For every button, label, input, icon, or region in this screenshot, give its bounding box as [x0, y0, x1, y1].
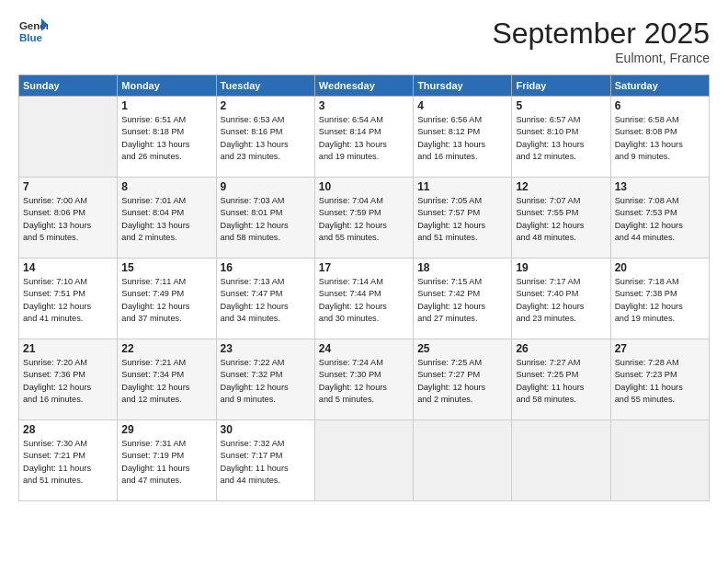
calendar: SundayMondayTuesdayWednesdayThursdayFrid…	[18, 75, 710, 501]
day-info: Sunrise: 7:24 AM Sunset: 7:30 PM Dayligh…	[319, 357, 409, 406]
day-info: Sunrise: 7:07 AM Sunset: 7:55 PM Dayligh…	[516, 195, 606, 244]
day-number: 29	[121, 423, 211, 436]
day-info: Sunrise: 7:13 AM Sunset: 7:47 PM Dayligh…	[221, 276, 311, 325]
day-info: Sunrise: 7:22 AM Sunset: 7:32 PM Dayligh…	[221, 357, 311, 406]
calendar-cell: 29Sunrise: 7:31 AM Sunset: 7:19 PM Dayli…	[118, 420, 216, 501]
day-number: 21	[23, 342, 113, 355]
day-info: Sunrise: 7:18 AM Sunset: 7:38 PM Dayligh…	[615, 276, 705, 325]
day-number: 16	[221, 261, 311, 274]
day-number: 12	[516, 180, 606, 193]
day-number: 30	[221, 423, 311, 436]
logo-icon: General Blue	[18, 17, 48, 46]
calendar-cell: 7Sunrise: 7:00 AM Sunset: 8:06 PM Daylig…	[19, 178, 118, 259]
day-number: 17	[319, 261, 409, 274]
day-info: Sunrise: 7:27 AM Sunset: 7:25 PM Dayligh…	[516, 357, 606, 406]
day-number: 7	[23, 180, 113, 193]
day-number: 20	[615, 261, 705, 274]
day-info: Sunrise: 7:20 AM Sunset: 7:36 PM Dayligh…	[23, 357, 113, 406]
calendar-cell: 20Sunrise: 7:18 AM Sunset: 7:38 PM Dayli…	[610, 259, 709, 339]
month-title: September 2025	[492, 17, 710, 51]
calendar-cell: 18Sunrise: 7:15 AM Sunset: 7:42 PM Dayli…	[414, 259, 512, 339]
weekday-header-wednesday: Wednesday	[314, 75, 413, 97]
calendar-cell: 19Sunrise: 7:17 AM Sunset: 7:40 PM Dayli…	[512, 259, 610, 339]
weekday-header-tuesday: Tuesday	[216, 75, 314, 97]
day-info: Sunrise: 6:51 AM Sunset: 8:18 PM Dayligh…	[121, 114, 211, 163]
day-info: Sunrise: 7:21 AM Sunset: 7:34 PM Dayligh…	[121, 357, 211, 406]
calendar-cell: 27Sunrise: 7:28 AM Sunset: 7:23 PM Dayli…	[610, 339, 709, 420]
calendar-cell: 9Sunrise: 7:03 AM Sunset: 8:01 PM Daylig…	[216, 178, 314, 259]
svg-text:Blue: Blue	[19, 32, 43, 43]
day-info: Sunrise: 7:14 AM Sunset: 7:44 PM Dayligh…	[319, 276, 409, 325]
day-info: Sunrise: 6:56 AM Sunset: 8:12 PM Dayligh…	[417, 114, 507, 163]
day-number: 15	[121, 261, 211, 274]
day-info: Sunrise: 7:31 AM Sunset: 7:19 PM Dayligh…	[121, 438, 211, 487]
calendar-cell	[19, 97, 118, 178]
calendar-cell: 12Sunrise: 7:07 AM Sunset: 7:55 PM Dayli…	[512, 178, 610, 259]
day-info: Sunrise: 7:15 AM Sunset: 7:42 PM Dayligh…	[417, 276, 507, 325]
day-number: 2	[221, 99, 311, 112]
day-info: Sunrise: 7:32 AM Sunset: 7:17 PM Dayligh…	[221, 438, 311, 487]
calendar-cell: 21Sunrise: 7:20 AM Sunset: 7:36 PM Dayli…	[19, 339, 118, 420]
day-number: 3	[319, 99, 409, 112]
logo: General Blue	[18, 17, 48, 46]
day-number: 9	[221, 180, 311, 193]
calendar-week-2: 14Sunrise: 7:10 AM Sunset: 7:51 PM Dayli…	[19, 259, 710, 339]
day-info: Sunrise: 7:00 AM Sunset: 8:06 PM Dayligh…	[23, 195, 113, 244]
day-info: Sunrise: 7:25 AM Sunset: 7:27 PM Dayligh…	[417, 357, 507, 406]
title-block: September 2025 Eulmont, France	[492, 17, 710, 65]
day-info: Sunrise: 6:54 AM Sunset: 8:14 PM Dayligh…	[319, 114, 409, 163]
day-number: 22	[121, 342, 211, 355]
day-number: 1	[121, 99, 211, 112]
calendar-cell: 8Sunrise: 7:01 AM Sunset: 8:04 PM Daylig…	[118, 178, 216, 259]
day-info: Sunrise: 7:05 AM Sunset: 7:57 PM Dayligh…	[417, 195, 507, 244]
weekday-header-friday: Friday	[512, 75, 610, 97]
day-info: Sunrise: 6:58 AM Sunset: 8:08 PM Dayligh…	[615, 114, 705, 163]
calendar-cell: 24Sunrise: 7:24 AM Sunset: 7:30 PM Dayli…	[314, 339, 413, 420]
subtitle: Eulmont, France	[492, 51, 710, 65]
header: General Blue September 2025 Eulmont, Fra…	[18, 17, 710, 65]
calendar-cell: 13Sunrise: 7:08 AM Sunset: 7:53 PM Dayli…	[610, 178, 709, 259]
day-number: 24	[319, 342, 409, 355]
day-number: 10	[319, 180, 409, 193]
day-number: 14	[23, 261, 113, 274]
calendar-cell: 4Sunrise: 6:56 AM Sunset: 8:12 PM Daylig…	[414, 97, 512, 178]
calendar-cell: 2Sunrise: 6:53 AM Sunset: 8:16 PM Daylig…	[216, 97, 314, 178]
calendar-cell: 11Sunrise: 7:05 AM Sunset: 7:57 PM Dayli…	[414, 178, 512, 259]
calendar-cell	[414, 420, 512, 501]
weekday-header-saturday: Saturday	[610, 75, 709, 97]
calendar-cell: 22Sunrise: 7:21 AM Sunset: 7:34 PM Dayli…	[118, 339, 216, 420]
day-number: 28	[23, 423, 113, 436]
day-info: Sunrise: 6:57 AM Sunset: 8:10 PM Dayligh…	[516, 114, 606, 163]
calendar-cell: 10Sunrise: 7:04 AM Sunset: 7:59 PM Dayli…	[314, 178, 413, 259]
weekday-header-row: SundayMondayTuesdayWednesdayThursdayFrid…	[19, 75, 710, 97]
calendar-cell: 6Sunrise: 6:58 AM Sunset: 8:08 PM Daylig…	[610, 97, 709, 178]
calendar-cell	[314, 420, 413, 501]
day-info: Sunrise: 7:08 AM Sunset: 7:53 PM Dayligh…	[615, 195, 705, 244]
calendar-cell: 16Sunrise: 7:13 AM Sunset: 7:47 PM Dayli…	[216, 259, 314, 339]
day-info: Sunrise: 7:17 AM Sunset: 7:40 PM Dayligh…	[516, 276, 606, 325]
day-info: Sunrise: 7:03 AM Sunset: 8:01 PM Dayligh…	[221, 195, 311, 244]
day-number: 23	[221, 342, 311, 355]
calendar-cell	[512, 420, 610, 501]
calendar-cell: 14Sunrise: 7:10 AM Sunset: 7:51 PM Dayli…	[19, 259, 118, 339]
calendar-cell: 26Sunrise: 7:27 AM Sunset: 7:25 PM Dayli…	[512, 339, 610, 420]
day-info: Sunrise: 7:10 AM Sunset: 7:51 PM Dayligh…	[23, 276, 113, 325]
day-number: 19	[516, 261, 606, 274]
calendar-week-4: 28Sunrise: 7:30 AM Sunset: 7:21 PM Dayli…	[19, 420, 710, 501]
weekday-header-sunday: Sunday	[19, 75, 118, 97]
day-number: 18	[417, 261, 507, 274]
day-info: Sunrise: 7:04 AM Sunset: 7:59 PM Dayligh…	[319, 195, 409, 244]
day-number: 6	[615, 99, 705, 112]
calendar-cell: 1Sunrise: 6:51 AM Sunset: 8:18 PM Daylig…	[118, 97, 216, 178]
calendar-week-1: 7Sunrise: 7:00 AM Sunset: 8:06 PM Daylig…	[19, 178, 710, 259]
day-info: Sunrise: 7:01 AM Sunset: 8:04 PM Dayligh…	[121, 195, 211, 244]
calendar-cell: 28Sunrise: 7:30 AM Sunset: 7:21 PM Dayli…	[19, 420, 118, 501]
calendar-week-0: 1Sunrise: 6:51 AM Sunset: 8:18 PM Daylig…	[19, 97, 710, 178]
day-info: Sunrise: 7:28 AM Sunset: 7:23 PM Dayligh…	[615, 357, 705, 406]
calendar-cell: 5Sunrise: 6:57 AM Sunset: 8:10 PM Daylig…	[512, 97, 610, 178]
day-number: 13	[615, 180, 705, 193]
day-number: 11	[417, 180, 507, 193]
weekday-header-monday: Monday	[118, 75, 216, 97]
day-number: 8	[121, 180, 211, 193]
calendar-cell: 3Sunrise: 6:54 AM Sunset: 8:14 PM Daylig…	[314, 97, 413, 178]
